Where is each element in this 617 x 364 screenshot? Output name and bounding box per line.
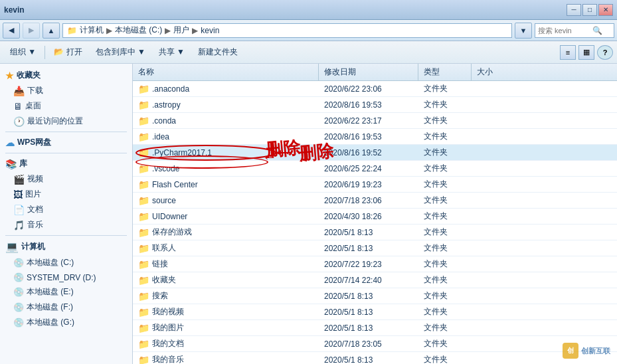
- file-size-cell: [472, 81, 525, 96]
- organize-button[interactable]: 组织 ▼: [4, 44, 42, 61]
- sidebar-library-header[interactable]: 📚 库: [0, 156, 132, 171]
- back-button[interactable]: ◀: [3, 23, 20, 39]
- file-folder-icon: 📁: [138, 275, 149, 286]
- file-list-wrapper: 名称 修改日期 类型 大小 📁.anaconda2020/6/22 23:06文…: [133, 64, 617, 364]
- sidebar-item-recent[interactable]: 🕐 最近访问的位置: [0, 114, 132, 129]
- table-row[interactable]: 📁.conda2020/6/22 23:17文件夹: [133, 113, 617, 129]
- file-size-cell: [472, 225, 525, 240]
- file-name-cell: 📁链接: [133, 256, 319, 272]
- file-rows-container: 📁.anaconda2020/6/22 23:06文件夹📁.astropy202…: [133, 81, 617, 364]
- table-row[interactable]: 📁.anaconda2020/6/22 23:06文件夹: [133, 81, 617, 97]
- include-library-button[interactable]: 包含到库中 ▼: [90, 44, 151, 61]
- breadcrumb-part4[interactable]: kevin: [201, 26, 219, 35]
- up-button[interactable]: ▲: [43, 23, 60, 39]
- file-name: .anaconda: [152, 84, 189, 94]
- table-row[interactable]: 📁.astropy2020/8/16 19:53文件夹: [133, 97, 617, 113]
- sidebar-item-doc[interactable]: 📄 文档: [0, 202, 132, 217]
- forward-button[interactable]: ▶: [23, 23, 40, 39]
- file-folder-icon: 📁: [138, 163, 149, 174]
- sidebar-item-desktop[interactable]: 🖥 桌面: [0, 98, 132, 114]
- toolbar-separator: [44, 46, 45, 59]
- table-row[interactable]: 📁Flash Center2020/6/19 19:23文件夹: [133, 177, 617, 193]
- sidebar-drive-f-label: 本地磁盘 (F:): [27, 302, 73, 313]
- breadcrumb-part2[interactable]: 本地磁盘 (C:): [115, 25, 162, 36]
- table-row[interactable]: 📁.vscode2020/6/25 22:24文件夹: [133, 161, 617, 177]
- sidebar-item-download[interactable]: 📥 下载: [0, 83, 132, 98]
- file-name-cell: 📁联系人: [133, 240, 319, 256]
- sidebar-item-picture[interactable]: 🖼 图片: [0, 187, 132, 202]
- breadcrumb-part3[interactable]: 用户: [173, 25, 189, 36]
- watermark-logo: 创: [563, 343, 578, 359]
- col-date[interactable]: 修改日期: [319, 64, 418, 80]
- sidebar-item-music[interactable]: 🎵 音乐: [0, 217, 132, 232]
- breadcrumb-part1[interactable]: 计算机: [80, 25, 104, 36]
- col-name[interactable]: 名称: [133, 64, 319, 80]
- file-folder-icon: 📁: [138, 307, 149, 318]
- help-button[interactable]: ?: [597, 45, 613, 60]
- file-type-cell: 文件夹: [418, 304, 472, 319]
- library-icon: 📚: [5, 159, 17, 169]
- file-size-cell: [472, 145, 525, 160]
- search-input[interactable]: [538, 27, 591, 35]
- file-size-cell: [472, 352, 525, 364]
- table-row[interactable]: 📁联系人2020/5/1 8:13文件夹: [133, 240, 617, 256]
- sidebar-drive-g-label: 本地磁盘 (G:): [27, 317, 74, 328]
- file-name-cell: 📁我的音乐: [133, 352, 319, 364]
- file-type-cell: 文件夹: [418, 352, 472, 364]
- search-icon[interactable]: 🔍: [592, 26, 602, 35]
- sidebar-item-drive-d[interactable]: 💿 SYSTEM_DRV (D:): [0, 270, 132, 284]
- table-row[interactable]: 📁收藏夹2020/7/14 22:40文件夹: [133, 272, 617, 288]
- table-row[interactable]: 📁.PyCharm2017.12020/8/16 19:52文件夹: [133, 145, 617, 161]
- close-button[interactable]: ✕: [598, 4, 613, 16]
- addressbar: ◀ ▶ ▲ 📁 计算机 ▶ 本地磁盘 (C:) ▶ 用户 ▶ kevin ▼ 🔍: [0, 20, 617, 41]
- sidebar-item-drive-c[interactable]: 💿 本地磁盘 (C:): [0, 255, 132, 270]
- file-folder-icon: 📁: [138, 179, 149, 190]
- sidebar-wps-header[interactable]: ☁ WPS网盘: [0, 135, 132, 150]
- file-name-cell: 📁我的图片: [133, 320, 319, 335]
- table-row[interactable]: 📁UIDowner2020/4/30 18:26文件夹: [133, 209, 617, 225]
- sidebar-item-video[interactable]: 🎬 视频: [0, 171, 132, 187]
- window-title: kevin: [4, 5, 25, 15]
- window-controls: ─ □ ✕: [567, 4, 613, 16]
- search-box[interactable]: 🔍: [535, 23, 614, 38]
- watermark-text: 创新互联: [581, 346, 610, 356]
- table-row[interactable]: 📁我的文档2020/7/18 23:05文件夹: [133, 336, 617, 352]
- table-row[interactable]: 📁我的音乐2020/5/1 8:13文件夹: [133, 352, 617, 364]
- file-name: source: [152, 196, 176, 205]
- file-size-cell: [472, 193, 525, 208]
- maximize-button[interactable]: □: [582, 4, 597, 16]
- recent-button[interactable]: ▼: [515, 23, 532, 39]
- file-type-cell: 文件夹: [418, 97, 472, 112]
- sidebar-computer-header[interactable]: 💻 计算机: [0, 238, 132, 255]
- watermark: 创 创新互联: [563, 343, 610, 359]
- cloud-icon: ☁: [5, 137, 15, 148]
- file-type-cell: 文件夹: [418, 256, 472, 272]
- file-date-cell: 2020/5/1 8:13: [319, 352, 418, 364]
- sidebar-favorites-header[interactable]: ★ 收藏夹: [0, 68, 132, 83]
- view-button-list[interactable]: ≡: [560, 45, 576, 60]
- table-row[interactable]: 📁我的图片2020/5/1 8:13文件夹: [133, 320, 617, 336]
- sidebar-item-drive-f[interactable]: 💿 本地磁盘 (F:): [0, 300, 132, 315]
- main-layout: ★ 收藏夹 📥 下载 🖥 桌面 🕐 最近访问的位置 ☁ WPS网盘: [0, 64, 617, 364]
- file-size-cell: [472, 113, 525, 128]
- sidebar-item-drive-e[interactable]: 💿 本地磁盘 (E:): [0, 284, 132, 300]
- sidebar-item-drive-g[interactable]: 💿 本地磁盘 (G:): [0, 315, 132, 330]
- table-row[interactable]: 📁搜索2020/5/1 8:13文件夹: [133, 288, 617, 304]
- table-row[interactable]: 📁链接2020/7/22 19:23文件夹: [133, 256, 617, 272]
- file-size-cell: [472, 209, 525, 224]
- table-row[interactable]: 📁.idea2020/8/16 19:53文件夹: [133, 129, 617, 145]
- minimize-button[interactable]: ─: [567, 4, 581, 16]
- open-button[interactable]: 📂 打开: [48, 44, 88, 61]
- table-row[interactable]: 📁我的视频2020/5/1 8:13文件夹: [133, 304, 617, 320]
- breadcrumb[interactable]: 📁 计算机 ▶ 本地磁盘 (C:) ▶ 用户 ▶ kevin: [62, 23, 512, 38]
- new-folder-button[interactable]: 新建文件夹: [192, 44, 244, 61]
- share-button[interactable]: 共享 ▼: [153, 44, 191, 61]
- table-row[interactable]: 📁source2020/7/18 23:06文件夹: [133, 193, 617, 209]
- view-button-grid[interactable]: ▦: [578, 45, 594, 60]
- file-name-cell: 📁.anaconda: [133, 81, 319, 96]
- sidebar-drive-c-label: 本地磁盘 (C:): [27, 257, 74, 268]
- col-type[interactable]: 类型: [418, 64, 472, 80]
- col-size[interactable]: 大小: [472, 64, 525, 80]
- file-name: 搜索: [152, 290, 168, 302]
- table-row[interactable]: 📁保存的游戏2020/5/1 8:13文件夹: [133, 225, 617, 240]
